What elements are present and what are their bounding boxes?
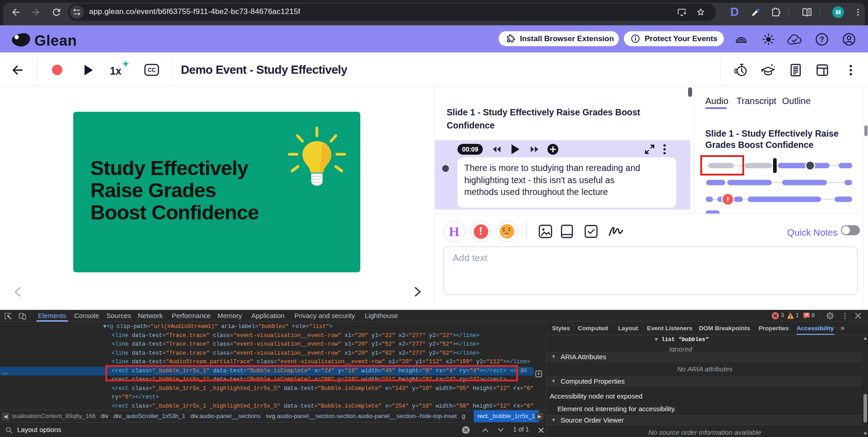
svg-text:CC: CC bbox=[148, 67, 156, 73]
svg-text:?: ? bbox=[820, 36, 824, 43]
svg-text:!: ! bbox=[726, 195, 729, 204]
